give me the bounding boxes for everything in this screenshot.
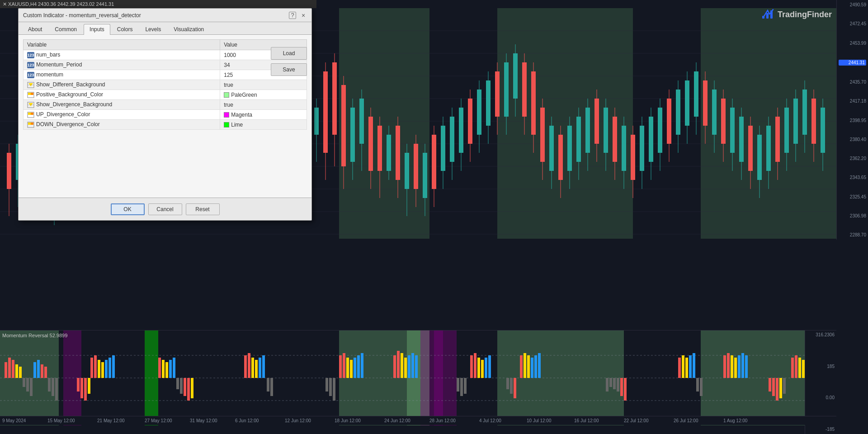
table-row[interactable]: 123num_bars 1000 xyxy=(24,50,307,60)
svg-rect-219 xyxy=(37,360,40,378)
svg-rect-105 xyxy=(721,99,726,144)
svg-rect-324 xyxy=(28,93,31,95)
svg-rect-237 xyxy=(162,360,165,378)
svg-rect-246 xyxy=(244,355,247,378)
load-button[interactable]: Load xyxy=(271,47,307,60)
table-row[interactable]: Show_Divergence_Background true xyxy=(24,100,307,110)
tab-about[interactable]: About xyxy=(22,24,48,34)
svg-rect-260 xyxy=(361,353,363,378)
svg-rect-287 xyxy=(510,378,513,394)
svg-rect-71 xyxy=(567,126,572,171)
tab-colors[interactable]: Colors xyxy=(111,24,139,34)
svg-rect-292 xyxy=(617,378,619,392)
svg-rect-21 xyxy=(341,85,346,166)
table-row[interactable]: DOWN_Divergence_Color Lime xyxy=(24,120,307,130)
svg-rect-272 xyxy=(474,353,476,378)
svg-rect-2 xyxy=(770,10,773,19)
svg-rect-251 xyxy=(262,355,265,378)
time-label-16: 1 Aug 12:00 xyxy=(723,418,747,423)
svg-rect-306 xyxy=(738,355,741,378)
svg-rect-334 xyxy=(31,123,33,125)
dialog-close-button[interactable]: × xyxy=(300,12,307,19)
svg-rect-265 xyxy=(397,351,400,378)
svg-rect-331 xyxy=(31,113,33,115)
svg-rect-241 xyxy=(176,378,179,389)
indicator-label: Momentum Reversal 52.9899 xyxy=(2,333,67,338)
svg-rect-217 xyxy=(30,378,33,396)
row-7-value: Magenta xyxy=(220,110,307,120)
svg-rect-257 xyxy=(350,360,353,378)
svg-rect-234 xyxy=(84,378,87,401)
svg-rect-318 xyxy=(779,378,782,398)
svg-rect-223 xyxy=(52,378,54,396)
time-label-13: 16 Jul 12:00 xyxy=(574,418,599,423)
tab-visualization[interactable]: Visualization xyxy=(168,24,210,34)
table-row[interactable]: 123momentum 125 xyxy=(24,70,307,80)
price-level-6: 2398.95 xyxy=(839,118,866,123)
svg-rect-262 xyxy=(329,378,332,396)
svg-rect-77 xyxy=(594,99,599,144)
tab-common[interactable]: Common xyxy=(49,24,83,34)
time-label-7: 12 Jun 12:00 xyxy=(285,418,311,423)
time-label-3: 21 May 12:00 xyxy=(97,418,125,423)
svg-rect-333 xyxy=(28,123,31,125)
tab-inputs[interactable]: Inputs xyxy=(84,24,110,35)
svg-rect-221 xyxy=(44,367,47,378)
svg-rect-310 xyxy=(795,355,797,378)
ok-button[interactable]: OK xyxy=(111,203,145,215)
svg-rect-236 xyxy=(158,358,161,378)
table-row[interactable]: UP_Divergence_Color Magenta xyxy=(24,110,307,120)
reset-button[interactable]: Reset xyxy=(186,203,220,215)
row-7-color-swatch xyxy=(224,112,229,118)
svg-rect-297 xyxy=(685,358,688,378)
svg-rect-309 xyxy=(791,358,794,378)
svg-rect-27 xyxy=(368,117,373,171)
row-7-variable: UP_Divergence_Color xyxy=(24,110,220,120)
svg-rect-250 xyxy=(259,358,261,378)
cancel-button[interactable]: Cancel xyxy=(148,203,182,215)
svg-rect-93 xyxy=(667,99,671,144)
svg-rect-299 xyxy=(693,353,695,378)
svg-rect-311 xyxy=(798,358,801,378)
svg-rect-280 xyxy=(520,355,523,378)
svg-rect-47 xyxy=(459,108,463,153)
svg-rect-69 xyxy=(558,135,563,180)
svg-rect-305 xyxy=(734,358,737,378)
dialog: Custom Indicator - momentum_reversal_det… xyxy=(18,8,312,221)
svg-rect-239 xyxy=(169,360,172,378)
svg-rect-266 xyxy=(401,353,403,378)
dialog-controls: ? × xyxy=(289,12,307,19)
dialog-help-button[interactable]: ? xyxy=(289,12,296,19)
table-row[interactable]: 123Momentum_Period 34 xyxy=(24,60,307,70)
svg-rect-119 xyxy=(784,108,789,153)
indicator-price-4: -185 xyxy=(807,427,835,432)
svg-rect-59 xyxy=(513,53,518,99)
svg-rect-39 xyxy=(423,153,427,198)
row-8-icon xyxy=(27,122,34,128)
table-row[interactable]: Positive_Background_Color PaleGreen xyxy=(24,90,307,100)
row-7-icon xyxy=(27,112,34,118)
dialog-title: Custom Indicator - momentum_reversal_det… xyxy=(23,12,141,19)
table-row[interactable]: Show_Different_Background true xyxy=(24,80,307,90)
svg-rect-95 xyxy=(676,90,680,135)
save-button[interactable]: Save xyxy=(271,63,307,76)
svg-rect-41 xyxy=(432,135,436,189)
svg-rect-211 xyxy=(8,358,11,378)
svg-rect-111 xyxy=(748,126,753,171)
svg-rect-215 xyxy=(23,378,25,387)
svg-rect-293 xyxy=(620,378,623,396)
tab-levels[interactable]: Levels xyxy=(139,24,167,34)
svg-rect-226 xyxy=(94,355,97,378)
svg-rect-245 xyxy=(191,378,193,398)
svg-rect-244 xyxy=(187,378,190,401)
svg-rect-240 xyxy=(173,358,175,378)
chart-symbol-title: ✕ XAUUSD,H4 2430.36 2442.39 2423.02 2441… xyxy=(3,1,114,7)
svg-rect-19 xyxy=(332,62,337,135)
svg-rect-101 xyxy=(703,80,708,126)
row-1-type-icon: 123 xyxy=(27,52,34,58)
svg-rect-53 xyxy=(486,80,491,126)
svg-rect-258 xyxy=(354,358,356,378)
svg-rect-252 xyxy=(267,378,269,392)
svg-rect-285 xyxy=(538,353,541,378)
svg-rect-249 xyxy=(255,360,258,378)
